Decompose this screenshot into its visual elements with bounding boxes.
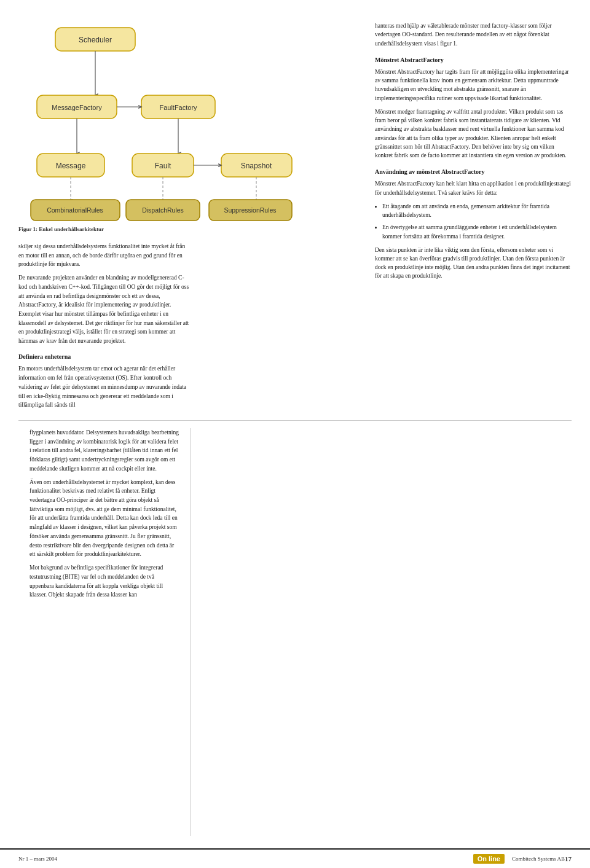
svg-text:Fault: Fault [155, 162, 171, 170]
diagram-right-text: hanteras med hjälp av väletablerade möns… [375, 18, 572, 414]
abstract-factory-bullets: Ett åtagande om att använda en enda, gem… [382, 202, 572, 241]
diagram-text-para4: Mönstret AbstractFactory kan helt klart … [375, 179, 572, 197]
svg-text:Message: Message [56, 162, 86, 170]
col-right [191, 428, 363, 836]
diagram-text-para1: hanteras med hjälp av väletablerade möns… [375, 22, 572, 48]
scheduler-label: Scheduler [79, 36, 112, 44]
diagram-text-para3: Mönstret medger framtagning av valfritt … [375, 108, 572, 160]
col-middle-para2: Även om underhållsdelsystemet är mycket … [30, 478, 179, 559]
footer-issue: Nr 1 – mars 2004 [18, 856, 473, 862]
svg-text:SuppressionRules: SuppressionRules [224, 206, 276, 214]
svg-text:MessageFactory: MessageFactory [52, 104, 102, 111]
col-left-para1: skiljer sig dessa underhållsdelsystems f… [18, 242, 191, 269]
diagram-text-heading2: Användning av mönstret AbstractFactory [375, 167, 572, 176]
diagram-text-para5: Den sista punkten är inte lika viktig so… [375, 246, 572, 281]
col-left-heading1: Definiera enheterna [18, 352, 191, 362]
col-middle-para1: flygplanets huvuddator. Delsystemets huv… [30, 428, 179, 474]
footer-brand: On line [473, 854, 505, 864]
col-left: skiljer sig dessa underhållsdelsystems f… [18, 242, 191, 410]
figure-caption: Figur 1: Enkel underhållsarkitektur [18, 226, 363, 232]
page: Scheduler MessageFactory FaultFactory Me… [0, 0, 590, 868]
col-left-para3: En motors underhållsdelsystem tar emot o… [18, 364, 191, 410]
diagram-text-para2: Mönstret AbstractFactory har tagits fram… [375, 68, 572, 103]
svg-text:CombinatorialRules: CombinatorialRules [47, 206, 103, 214]
architecture-diagram: Scheduler MessageFactory FaultFactory Me… [18, 18, 338, 221]
diagram-area: Scheduler MessageFactory FaultFactory Me… [0, 0, 590, 420]
svg-text:DispatchRules: DispatchRules [142, 206, 184, 214]
svg-text:FaultFactory: FaultFactory [159, 104, 197, 111]
col-left-para2: De nuvarande projekten använder en bland… [18, 273, 191, 346]
footer-company: Combitech Systems AB [512, 856, 565, 862]
bullet-item-1: Ett åtagande om att använda en enda, gem… [382, 202, 572, 220]
diagram-section: Scheduler MessageFactory FaultFactory Me… [18, 18, 363, 414]
bullet-item-2: En övertygelse att samma grundläggande e… [382, 223, 572, 241]
footer-page: 17 [565, 855, 572, 862]
col-middle-para3: Mot bakgrund av befintliga specifikation… [30, 563, 179, 600]
col-middle: flygplanets huvuddator. Delsystemets huv… [18, 428, 191, 836]
footer: Nr 1 – mars 2004 On line Combitech Syste… [0, 848, 590, 868]
diagram-text-heading1: Mönstret AbstractFactory [375, 55, 572, 65]
footer-brand-area: On line Combitech Systems AB [473, 854, 565, 864]
snapshot-label: Snapshot [241, 162, 272, 170]
